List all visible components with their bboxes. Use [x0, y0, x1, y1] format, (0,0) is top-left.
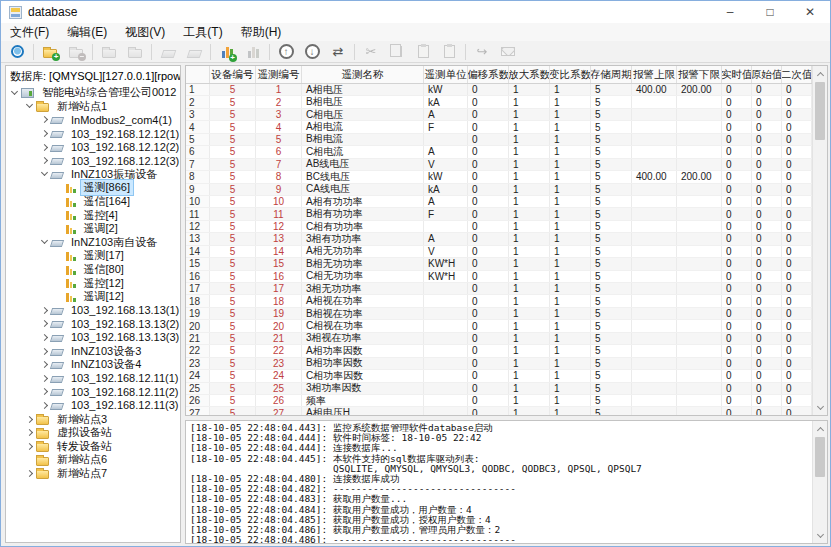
table-cell[interactable]: 1 — [509, 208, 550, 219]
table-cell[interactable]: 5 — [210, 395, 256, 406]
table-cell[interactable]: 5 — [256, 134, 302, 145]
table-cell[interactable]: 5 — [591, 358, 632, 369]
table-cell[interactable]: 5 — [210, 146, 256, 157]
table-cell[interactable]: V — [424, 159, 468, 170]
table-cell[interactable]: 0 — [782, 134, 812, 145]
expander-right-icon[interactable] — [41, 307, 48, 314]
table-cell[interactable]: 23 — [256, 358, 302, 369]
table-cell[interactable]: 5 — [591, 208, 632, 219]
table-cell[interactable]: 1 — [550, 345, 591, 356]
tree-item-23[interactable]: 103_192.168.12.11(2) — [6, 385, 180, 399]
table-cell[interactable]: 5 — [210, 358, 256, 369]
table-cell[interactable]: 3相功率因数 — [302, 383, 424, 394]
table-cell[interactable]: A相无功功率 — [302, 246, 424, 257]
table-cell[interactable]: 12 — [256, 221, 302, 232]
table-cell[interactable]: kA — [424, 96, 468, 107]
table-cell[interactable]: 1 — [550, 246, 591, 257]
table-cell[interactable]: 0 — [752, 320, 782, 331]
cut-button[interactable]: ✂ — [359, 42, 383, 62]
table-cell[interactable] — [632, 134, 677, 145]
scrollbar-thumb[interactable] — [815, 437, 825, 477]
table-cell[interactable]: 1 — [550, 134, 591, 145]
table-cell[interactable]: 0 — [782, 333, 812, 344]
table-cell[interactable]: 23 — [186, 358, 210, 369]
table-cell[interactable] — [424, 358, 468, 369]
expander-down-icon[interactable] — [26, 101, 33, 108]
tree-item-18[interactable]: 103_192.168.13.13(2) — [6, 317, 180, 331]
table-cell[interactable]: 0 — [752, 271, 782, 282]
table-cell[interactable]: 1 — [509, 221, 550, 232]
table-cell[interactable]: 27 — [256, 407, 302, 415]
table-row[interactable]: 19519B相视在功率0115000 — [186, 308, 827, 320]
table-cell[interactable]: B相功率因数 — [302, 358, 424, 369]
table-cell[interactable]: 1 — [550, 159, 591, 170]
table-cell[interactable]: 5 — [210, 258, 256, 269]
expander-right-icon[interactable] — [26, 443, 33, 450]
table-cell[interactable]: 19 — [186, 308, 210, 319]
move-up-button[interactable]: ↑ — [274, 42, 298, 62]
table-cell[interactable] — [424, 308, 468, 319]
table-cell[interactable]: kA — [424, 184, 468, 195]
tree-item-4[interactable]: 103_192.168.12.12(1) — [6, 127, 180, 141]
table-cell[interactable]: 0 — [722, 196, 752, 207]
table-cell[interactable]: 0 — [752, 295, 782, 306]
table-cell[interactable]: 1 — [509, 96, 550, 107]
add-station-button[interactable] — [38, 42, 62, 62]
table-cell[interactable]: 5 — [591, 308, 632, 319]
table-row[interactable]: 20520C相视在功率0115000 — [186, 320, 827, 332]
table-cell[interactable]: 0 — [468, 345, 509, 356]
table-cell[interactable]: 0 — [752, 96, 782, 107]
table-cell[interactable] — [632, 146, 677, 157]
table-cell[interactable] — [677, 308, 722, 319]
table-cell[interactable]: 5 — [210, 134, 256, 145]
scroll-up-arrow-icon[interactable] — [813, 421, 827, 436]
table-cell[interactable]: kW — [424, 84, 468, 95]
table-cell[interactable]: 3相无功功率 — [302, 283, 424, 294]
column-header-8[interactable]: 存储周期 — [591, 66, 632, 83]
table-cell[interactable]: 1 — [550, 146, 591, 157]
table-cell[interactable]: 0 — [752, 246, 782, 257]
table-cell[interactable]: 1 — [509, 84, 550, 95]
table-cell[interactable]: 200.00 — [677, 84, 722, 95]
tree-item-16[interactable]: 遥调[12] — [6, 290, 180, 304]
expander-right-icon[interactable] — [41, 348, 48, 355]
table-cell[interactable] — [677, 96, 722, 107]
table-cell[interactable]: 0 — [722, 233, 752, 244]
add-point-button[interactable] — [215, 42, 239, 62]
table-cell[interactable]: 1 — [550, 208, 591, 219]
table-cell[interactable]: 0 — [468, 96, 509, 107]
table-row[interactable]: 10510A相有功功率A0115000 — [186, 196, 827, 208]
table-cell[interactable]: 3相有功功率 — [302, 233, 424, 244]
table-cell[interactable]: 1 — [256, 84, 302, 95]
table-cell[interactable]: 0 — [782, 121, 812, 132]
table-cell[interactable]: 0 — [752, 171, 782, 182]
table-cell[interactable] — [677, 221, 722, 232]
table-cell[interactable]: 0 — [752, 121, 782, 132]
menu-item-5[interactable]: 帮助(H) — [232, 23, 291, 41]
column-header-10[interactable]: 报警下限 — [677, 66, 722, 83]
table-cell[interactable] — [677, 134, 722, 145]
table-cell[interactable]: 0 — [752, 208, 782, 219]
table-cell[interactable] — [677, 246, 722, 257]
expander-down-icon[interactable] — [11, 88, 18, 95]
table-cell[interactable]: 5 — [210, 196, 256, 207]
table-cell[interactable]: 5 — [210, 308, 256, 319]
table-cell[interactable]: 5 — [591, 295, 632, 306]
table-cell[interactable]: BC线电压 — [302, 171, 424, 182]
table-cell[interactable] — [677, 109, 722, 120]
table-cell[interactable]: 1 — [186, 84, 210, 95]
table-cell[interactable]: 24 — [256, 370, 302, 381]
table-cell[interactable]: 1 — [509, 159, 550, 170]
table-cell[interactable]: 15 — [256, 258, 302, 269]
table-cell[interactable]: 1 — [509, 233, 550, 244]
table-cell[interactable]: 2 — [186, 96, 210, 107]
table-row[interactable]: 24524C相功率因数0115000 — [186, 370, 827, 382]
table-cell[interactable]: CA线电压 — [302, 184, 424, 195]
table-cell[interactable]: 5 — [591, 395, 632, 406]
table-cell[interactable]: 13 — [256, 233, 302, 244]
table-cell[interactable] — [677, 159, 722, 170]
delete-station-button[interactable] — [64, 42, 88, 62]
table-cell[interactable]: 0 — [722, 84, 752, 95]
table-cell[interactable]: 5 — [210, 221, 256, 232]
table-cell[interactable]: 0 — [468, 159, 509, 170]
